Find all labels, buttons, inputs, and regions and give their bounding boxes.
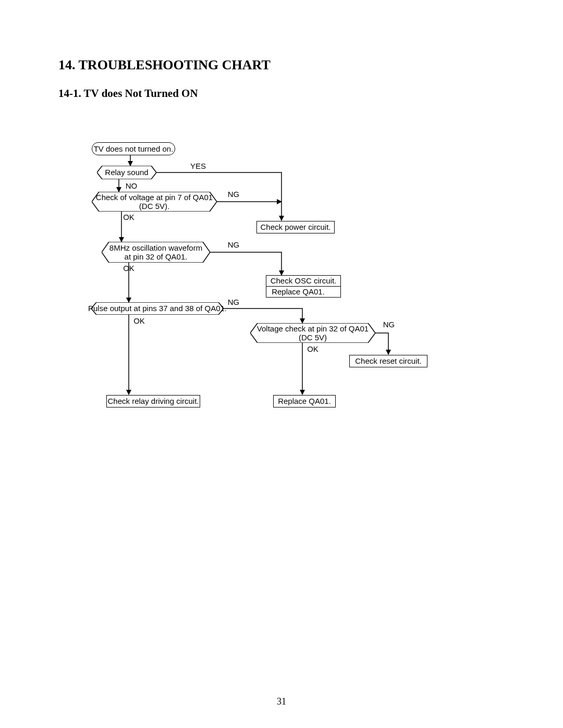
connector-lines: [0, 0, 563, 728]
label-ok-3: OK: [133, 316, 145, 325]
label-no: NO: [126, 181, 138, 190]
node-osc-wave-label: 8MHz oscillation waveform at pin 32 of Q…: [109, 243, 202, 262]
page-number: 31: [0, 696, 563, 707]
label-ok-2: OK: [123, 264, 134, 273]
node-volt-pin32-label: Voltage check at pin 32 of QA01 (DC 5V): [257, 324, 369, 342]
node-check-reset-label: Check reset circuit.: [355, 356, 422, 365]
label-ng-3: NG: [228, 298, 240, 306]
label-yes: YES: [190, 162, 206, 170]
node-relay-sound-label: Relay sound: [105, 168, 148, 177]
node-pulse-out-label: Pulse output at pins 37 and 38 of QA01.: [88, 304, 227, 313]
node-check-osc-label: Check OSC circuit.: [271, 276, 337, 285]
label-ng-4: NG: [383, 320, 395, 329]
node-check-power-label: Check power circuit.: [260, 223, 331, 231]
label-ng-2: NG: [228, 240, 240, 249]
node-check-pin7-label: Check of voltage at pin 7 of QA01 (DC 5V…: [96, 193, 213, 211]
label-ok-4: OK: [307, 344, 319, 353]
node-start-label: TV does not turned on.: [94, 144, 174, 153]
flowchart: TV does not turned on. Relay sound YES N…: [0, 0, 563, 728]
node-check-relay-drv-label: Check relay driving circuit.: [107, 397, 199, 405]
node-replace-qa01-a-label: Replace QA01.: [272, 287, 325, 296]
label-ng-1: NG: [228, 190, 240, 199]
label-ok-1: OK: [123, 213, 134, 221]
node-replace-qa01-b-label: Replace QA01.: [278, 397, 331, 405]
